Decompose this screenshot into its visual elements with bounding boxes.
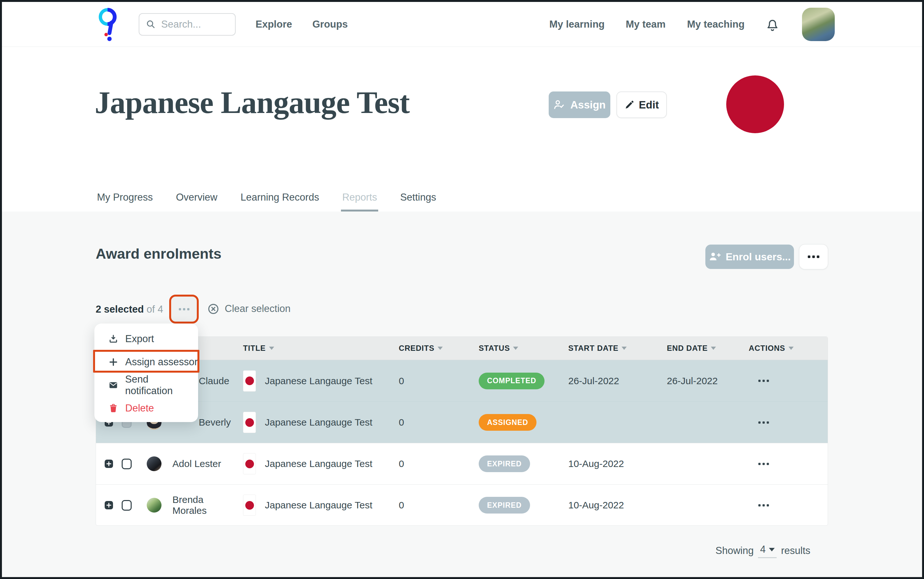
nav-link-explore[interactable]: Explore bbox=[256, 2, 292, 47]
notifications-bell-icon[interactable] bbox=[765, 17, 780, 33]
enrolments-table: TITLE CREDITS STATUS START DATE END DATE… bbox=[96, 336, 828, 526]
ellipsis-icon bbox=[179, 308, 189, 310]
tab-bar: My Progress Overview Learning Records Re… bbox=[96, 191, 437, 211]
selection-count-total: of 4 bbox=[144, 304, 163, 315]
sort-caret-icon bbox=[622, 347, 627, 350]
sort-caret-icon bbox=[788, 347, 794, 350]
ellipsis-icon bbox=[759, 504, 769, 507]
course-title[interactable]: Japanese Langauge Test bbox=[265, 458, 372, 469]
tab-reports[interactable]: Reports bbox=[341, 191, 378, 211]
award-header-section: Japanese Langauge Test Assign Edit My Pr… bbox=[2, 47, 922, 211]
tab-my-progress[interactable]: My Progress bbox=[96, 191, 154, 211]
ellipsis-icon bbox=[759, 421, 769, 424]
row-checkbox[interactable] bbox=[122, 500, 132, 510]
credits-value: 0 bbox=[396, 402, 475, 443]
chevron-down-icon bbox=[769, 548, 775, 551]
enrol-users-button[interactable]: Enrol users... bbox=[705, 245, 794, 269]
end-date: 26-Jul-2022 bbox=[664, 360, 745, 402]
course-title[interactable]: Japanese Langauge Test bbox=[265, 376, 372, 386]
column-header-title[interactable]: TITLE bbox=[240, 337, 396, 360]
bulk-actions-button-highlighted[interactable] bbox=[169, 294, 199, 324]
status-badge: COMPLETED bbox=[479, 373, 544, 389]
menu-item-label: Export bbox=[125, 333, 154, 345]
user-avatar[interactable] bbox=[802, 8, 835, 41]
course-thumbnail-japan-flag bbox=[243, 370, 256, 392]
enrol-users-label: Enrol users... bbox=[726, 251, 791, 263]
results-count-dropdown[interactable]: 4 bbox=[758, 543, 776, 558]
learner-name: Adol Lester bbox=[169, 443, 240, 484]
search-input[interactable] bbox=[161, 19, 222, 30]
envelope-icon bbox=[108, 380, 118, 390]
assign-button-label: Assign bbox=[570, 99, 606, 111]
start-date: 26-Jul-2022 bbox=[565, 360, 664, 402]
assign-button[interactable]: Assign bbox=[549, 92, 610, 118]
row-actions-button[interactable] bbox=[745, 402, 828, 443]
tab-settings[interactable]: Settings bbox=[399, 191, 437, 211]
menu-item-export[interactable]: Export bbox=[94, 327, 198, 350]
clear-selection-button[interactable]: Clear selection bbox=[207, 299, 290, 319]
results-footer: Showing 4 results bbox=[716, 543, 810, 558]
menu-item-send-notification[interactable]: Send notification bbox=[94, 374, 198, 397]
ellipsis-icon bbox=[759, 463, 769, 465]
search-icon bbox=[146, 19, 156, 29]
column-header-status[interactable]: STATUS bbox=[475, 337, 565, 360]
nav-link-my-learning[interactable]: My learning bbox=[549, 2, 605, 47]
selection-count: 2 selected of 4 bbox=[96, 304, 163, 315]
column-header-start-date[interactable]: START DATE bbox=[565, 337, 664, 360]
person-check-icon bbox=[553, 99, 565, 111]
showing-label: Showing bbox=[716, 545, 754, 556]
menu-item-delete[interactable]: Delete bbox=[94, 397, 198, 420]
app-window: Explore Groups My learning My team My te… bbox=[0, 0, 924, 579]
tab-overview[interactable]: Overview bbox=[175, 191, 219, 211]
brand-logo-icon[interactable] bbox=[97, 7, 118, 42]
sort-caret-icon bbox=[513, 347, 518, 350]
table-row[interactable]: Beverly Japanese Langauge Test 0 ASSIGNE… bbox=[96, 402, 828, 443]
row-actions-button[interactable] bbox=[745, 485, 828, 526]
column-header-actions[interactable]: ACTIONS bbox=[745, 337, 828, 360]
sort-caret-icon bbox=[437, 347, 443, 350]
table-row[interactable]: Adol Lester Japanese Langauge Test 0 EXP… bbox=[96, 443, 828, 484]
pencil-icon bbox=[624, 100, 634, 110]
end-date bbox=[664, 443, 745, 484]
status-badge: ASSIGNED bbox=[479, 414, 536, 431]
row-actions-button[interactable] bbox=[745, 443, 828, 484]
column-header-end-date[interactable]: END DATE bbox=[664, 337, 745, 360]
edit-button-label: Edit bbox=[639, 99, 659, 111]
row-actions-button[interactable] bbox=[745, 360, 828, 402]
bulk-actions-menu: Export Assign assessor Send notification bbox=[94, 324, 198, 422]
award-more-actions-button[interactable] bbox=[799, 244, 828, 270]
clear-circle-x-icon bbox=[207, 303, 219, 315]
status-badge: EXPIRED bbox=[479, 455, 530, 472]
sort-caret-icon bbox=[269, 347, 274, 350]
selection-count-bold: 2 selected bbox=[96, 304, 144, 315]
table-header-row: TITLE CREDITS STATUS START DATE END DATE… bbox=[96, 337, 828, 360]
results-count: 4 bbox=[760, 544, 765, 555]
nav-link-my-teaching[interactable]: My teaching bbox=[687, 2, 745, 47]
expand-row-button[interactable] bbox=[105, 460, 113, 468]
menu-item-assign-assessor[interactable]: Assign assessor bbox=[94, 350, 198, 374]
search-box bbox=[139, 13, 236, 36]
table-row[interactable]: Claude Japanese Langauge Test 0 COMPLETE… bbox=[96, 360, 828, 402]
start-date: 10-Aug-2022 bbox=[565, 443, 664, 484]
column-header-credits[interactable]: CREDITS bbox=[396, 337, 475, 360]
award-image-japan-flag bbox=[726, 75, 784, 133]
nav-link-my-team[interactable]: My team bbox=[626, 2, 665, 47]
menu-item-label: Assign assessor bbox=[125, 356, 198, 368]
section-heading: Award enrolments bbox=[96, 245, 221, 262]
ellipsis-icon bbox=[808, 255, 819, 258]
expand-row-button[interactable] bbox=[105, 501, 113, 509]
table-row[interactable]: Brenda Morales Japanese Langauge Test 0 … bbox=[96, 484, 828, 526]
row-checkbox[interactable] bbox=[122, 459, 132, 469]
start-date bbox=[565, 402, 664, 443]
start-date: 10-Aug-2022 bbox=[565, 485, 664, 526]
menu-item-label: Delete bbox=[125, 402, 154, 414]
course-thumbnail-japan-flag bbox=[243, 495, 256, 516]
sort-caret-icon bbox=[711, 347, 716, 350]
edit-button[interactable]: Edit bbox=[616, 92, 667, 118]
nav-link-groups[interactable]: Groups bbox=[312, 2, 348, 47]
top-navigation: Explore Groups My learning My team My te… bbox=[2, 2, 922, 47]
course-title[interactable]: Japanese Langauge Test bbox=[265, 417, 372, 428]
status-badge: EXPIRED bbox=[479, 497, 530, 514]
course-title[interactable]: Japanese Langauge Test bbox=[265, 500, 372, 510]
tab-learning-records[interactable]: Learning Records bbox=[239, 191, 320, 211]
